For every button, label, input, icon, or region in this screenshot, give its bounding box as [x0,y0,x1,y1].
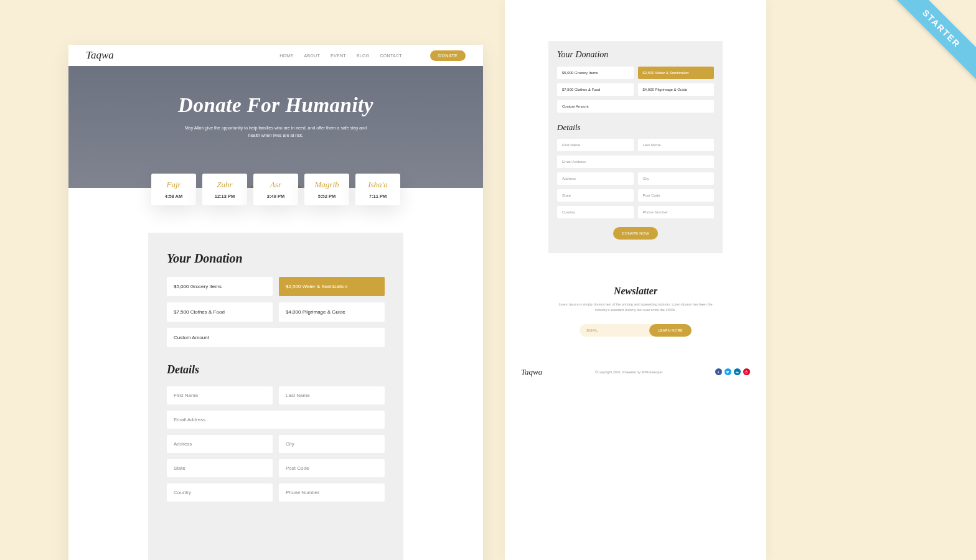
linkedin-icon[interactable] [734,368,741,375]
donation-options: $5,000 Grocery Items $2,500 Water & Sani… [167,277,385,347]
site-header: Taqwa HOME ABOUT EVENT BLOG CONTACT DONA… [68,45,483,66]
nav-contact[interactable]: CONTACT [380,54,402,58]
prayer-card: Asr3:49 PM [253,174,298,205]
donation-option-active[interactable]: $2,500 Water & Sanitization [638,67,715,79]
nav-about[interactable]: ABOUT [304,54,320,58]
newsletter-text: Lorem Ipsum is simply dummy text of the … [555,302,716,313]
address-field[interactable]: Address [167,435,273,453]
prayer-card: Isha'a7:11 PM [355,174,400,205]
prayer-time: 3:49 PM [267,194,284,199]
address-field[interactable]: Address [557,172,634,185]
custom-amount-input[interactable]: Custom Amount [557,100,714,113]
country-field[interactable]: Country [557,206,634,218]
facebook-icon[interactable] [715,368,722,375]
newsletter-email-input[interactable]: EMAIL [580,324,654,337]
nav-event[interactable]: EVENT [331,54,346,58]
city-field[interactable]: City [279,435,385,453]
first-name-field[interactable]: First Name [557,139,634,151]
footer-copyright: ©Copyright 2021. Powered by WPDeveloper [595,370,663,374]
starter-ribbon: STARTER [885,0,976,85]
prayer-card: Zuhr12:13 PM [202,174,247,205]
prayer-card: Fajr4:58 AM [151,174,196,205]
prayer-name: Isha'a [368,180,388,190]
prayer-name: Zuhr [217,180,232,190]
prayer-time: 7:11 PM [369,194,387,199]
hero-section: Donate For Humanity May Allah give the o… [68,66,483,188]
social-links [715,368,750,375]
nav-home[interactable]: HOME [279,54,293,58]
site-logo[interactable]: Taqwa [86,49,114,62]
footer-logo[interactable]: Taqwa [521,367,542,377]
email-field[interactable]: Email Address [167,411,385,429]
first-name-field[interactable]: First Name [167,386,273,404]
email-field[interactable]: Email Address [557,156,714,168]
donation-heading: Your Donation [557,50,714,60]
donation-heading: Your Donation [167,251,385,266]
prayer-name: Magrib [315,180,339,190]
prayer-name: Fajr [166,180,181,190]
city-field[interactable]: City [638,172,715,185]
postcode-field[interactable]: Post Code [279,459,385,477]
last-name-field[interactable]: Last Name [638,139,715,151]
donation-option[interactable]: $7,500 Clothes & Food [557,83,634,96]
hero-title: Donate For Humanity [178,94,373,117]
phone-field[interactable]: Phone Number [638,206,715,218]
donate-button[interactable]: DONATE [430,50,466,61]
donation-options: $5,000 Grocery Items $2,500 Water & Sani… [557,67,714,113]
site-footer: Taqwa ©Copyright 2021. Powered by WPDeve… [505,363,766,381]
donation-option[interactable]: $7,500 Clothes & Food [167,302,273,322]
donation-option[interactable]: $5,000 Grocery Items [557,67,634,79]
phone-field[interactable]: Phone Number [279,483,385,502]
donation-option[interactable]: $5,000 Grocery Items [167,277,273,296]
state-field[interactable]: State [557,189,634,202]
details-fields: First Name Last Name Email Address Addre… [557,139,714,218]
custom-amount-input[interactable]: Custom Amount [167,328,385,347]
pinterest-icon[interactable] [743,368,750,375]
prayer-time: 4:58 AM [165,194,182,199]
details-heading: Details [557,123,714,133]
prayer-time: 5:52 PM [318,194,336,199]
postcode-field[interactable]: Post Code [638,189,715,202]
donation-option-active[interactable]: $2,500 Water & Sanitization [279,277,385,296]
prayer-name: Asr [270,180,281,190]
twitter-icon[interactable] [725,368,731,375]
details-heading: Details [167,363,385,376]
donation-form: Your Donation $5,000 Grocery Items $2,50… [148,233,403,560]
details-fields: First Name Last Name Email Address Addre… [167,386,385,502]
donation-option[interactable]: $4,000 Pilgrimage & Guide [638,83,715,96]
prayer-times: Fajr4:58 AM Zuhr12:13 PM Asr3:49 PM Magr… [151,174,400,205]
donation-option[interactable]: $4,000 Pilgrimage & Guide [279,302,385,322]
prayer-time: 12:13 PM [215,194,235,199]
last-name-field[interactable]: Last Name [279,386,385,404]
newsletter-form: EMAIL LEARN MORE [530,324,741,337]
country-field[interactable]: Country [167,483,273,502]
donation-form-small: Your Donation $5,000 Grocery Items $2,50… [548,41,723,253]
donate-now-button[interactable]: DONATE NOW [613,227,658,240]
newsletter-heading: Newslatter [530,286,741,297]
nav-blog[interactable]: BLOG [357,54,370,58]
template-preview-bottom: Your Donation $5,000 Grocery Items $2,50… [505,0,766,560]
hero-subtitle: May Allah give the opportunity to help f… [179,124,372,139]
newsletter-section: Newslatter Lorem Ipsum is simply dummy t… [505,286,766,337]
prayer-card: Magrib5:52 PM [304,174,349,205]
main-nav: HOME ABOUT EVENT BLOG CONTACT [279,54,402,58]
template-preview-top: Taqwa HOME ABOUT EVENT BLOG CONTACT DONA… [68,45,483,560]
newsletter-submit-button[interactable]: LEARN MORE [649,324,691,337]
state-field[interactable]: State [167,459,273,477]
